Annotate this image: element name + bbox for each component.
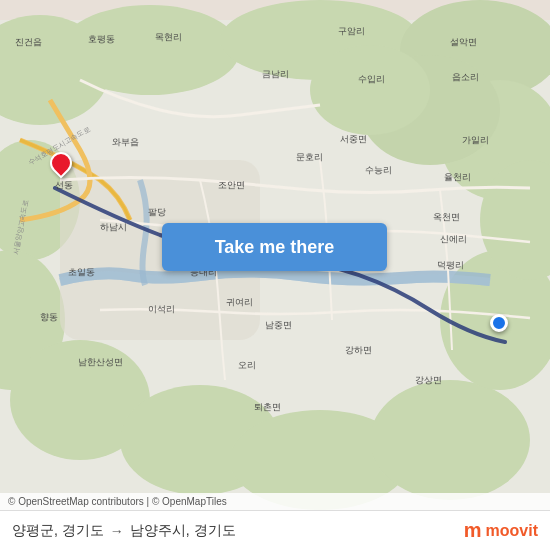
svg-text:오리: 오리 — [238, 360, 256, 370]
moovit-logo: m moovit — [464, 519, 538, 542]
svg-text:가일리: 가일리 — [462, 135, 489, 145]
moovit-brand-name: moovit — [486, 522, 538, 540]
svg-text:진건읍: 진건읍 — [15, 37, 42, 47]
svg-text:호평동: 호평동 — [88, 34, 115, 44]
svg-text:남중면: 남중면 — [265, 320, 292, 330]
svg-text:신에리: 신에리 — [440, 234, 467, 244]
svg-text:문호리: 문호리 — [296, 152, 323, 162]
svg-text:향동: 향동 — [40, 312, 58, 322]
svg-text:초일동: 초일동 — [68, 267, 95, 277]
destination-marker — [490, 314, 508, 332]
svg-text:서중면: 서중면 — [340, 134, 367, 144]
map-container: 진건읍 호평동 목현리 구암리 설악면 수입리 읍소리 서중면 문호리 가일리 … — [0, 0, 550, 550]
svg-text:팔당: 팔당 — [148, 207, 166, 217]
svg-text:와부읍: 와부읍 — [112, 137, 139, 147]
origin-label: 양평군, 경기도 — [12, 522, 104, 540]
bottom-bar: 양평군, 경기도 → 남양주시, 경기도 m moovit — [0, 510, 550, 550]
svg-text:남한산성면: 남한산성면 — [78, 357, 123, 367]
destination-label: 남양주시, 경기도 — [130, 522, 236, 540]
moovit-icon: m — [464, 519, 482, 542]
svg-text:조안면: 조안면 — [218, 180, 245, 190]
svg-text:수능리: 수능리 — [365, 165, 392, 175]
svg-text:수입리: 수입리 — [358, 74, 385, 84]
take-me-there-button[interactable]: Take me there — [162, 223, 387, 271]
svg-text:강하면: 강하면 — [345, 345, 372, 355]
svg-text:목현리: 목현리 — [155, 32, 182, 42]
route-arrow: → — [110, 523, 124, 539]
svg-point-13 — [370, 380, 530, 500]
svg-text:읍소리: 읍소리 — [452, 72, 479, 82]
svg-text:강상면: 강상면 — [415, 375, 442, 385]
route-info: 양평군, 경기도 → 남양주시, 경기도 — [12, 522, 236, 540]
svg-text:하남시: 하남시 — [100, 222, 127, 232]
svg-text:이석리: 이석리 — [148, 304, 175, 314]
svg-text:설악면: 설악면 — [450, 37, 477, 47]
svg-text:귀여리: 귀여리 — [226, 297, 253, 307]
svg-point-7 — [310, 45, 430, 135]
svg-text:금남리: 금남리 — [262, 69, 289, 79]
svg-text:구암리: 구암리 — [338, 26, 365, 36]
svg-text:옥천면: 옥천면 — [433, 212, 460, 222]
attribution-bar: © OpenStreetMap contributors | © OpenMap… — [0, 493, 550, 510]
svg-text:선동: 선동 — [55, 180, 73, 190]
svg-text:덕평리: 덕평리 — [437, 260, 464, 270]
map-background: 진건읍 호평동 목현리 구암리 설악면 수입리 읍소리 서중면 문호리 가일리 … — [0, 0, 550, 550]
svg-text:율천리: 율천리 — [444, 172, 471, 182]
attribution-text: © OpenStreetMap contributors | © OpenMap… — [8, 496, 227, 507]
svg-point-2 — [60, 5, 240, 95]
origin-marker — [50, 152, 72, 174]
svg-text:퇴촌면: 퇴촌면 — [254, 402, 281, 412]
